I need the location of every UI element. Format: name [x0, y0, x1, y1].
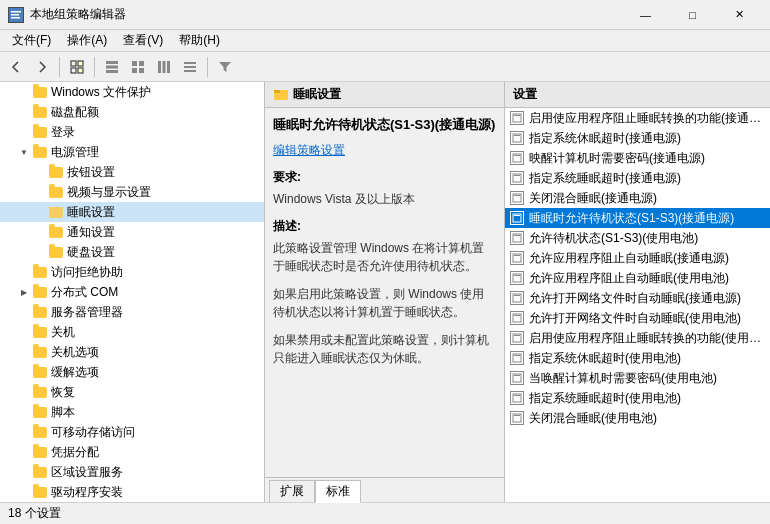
close-button[interactable]: ✕ — [717, 0, 762, 30]
policy-item-label: 关闭混合睡眠(使用电池) — [529, 410, 657, 427]
tree-toggle-icon — [32, 184, 48, 200]
tree-item-label: 通知设置 — [67, 224, 115, 241]
right-pane-item[interactable]: 睡眠时允许待机状态(S1-S3)(接通电源) — [505, 208, 770, 228]
tree-item[interactable]: 硬盘设置 — [0, 242, 264, 262]
status-bar: 18 个设置 — [0, 502, 770, 524]
tree-item[interactable]: 视频与显示设置 — [0, 182, 264, 202]
tree-item-label: 访问拒绝协助 — [51, 264, 123, 281]
tab-standard[interactable]: 标准 — [315, 480, 361, 503]
policy-icon-shape — [510, 271, 524, 285]
right-pane-item[interactable]: 关闭混合睡眠(使用电池) — [505, 408, 770, 428]
policy-item-icon — [509, 230, 525, 246]
tree-item-label: Windows 文件保护 — [51, 84, 151, 101]
tree-toggle-icon — [16, 124, 32, 140]
folder-icon — [32, 104, 48, 120]
folder-icon — [32, 124, 48, 140]
tree-item-label: 可移动存储访问 — [51, 424, 135, 441]
view2-button[interactable] — [126, 55, 150, 79]
right-pane-item[interactable]: 指定系统休眠超时(使用电池) — [505, 348, 770, 368]
right-pane-item[interactable]: 指定系统睡眠超时(接通电源) — [505, 168, 770, 188]
svg-rect-19 — [184, 66, 196, 68]
policy-icon-shape — [510, 391, 524, 405]
svg-rect-20 — [184, 70, 196, 72]
tree-item[interactable]: 恢复 — [0, 382, 264, 402]
tree-toggle-icon — [16, 304, 32, 320]
tree-item[interactable]: 磁盘配额 — [0, 102, 264, 122]
tree-item-label: 登录 — [51, 124, 75, 141]
forward-button[interactable] — [30, 55, 54, 79]
menu-view[interactable]: 查看(V) — [115, 30, 171, 51]
svg-rect-16 — [163, 61, 166, 73]
folder-shape — [33, 87, 47, 98]
maximize-button[interactable]: □ — [670, 0, 715, 30]
back-button[interactable] — [4, 55, 28, 79]
svg-rect-22 — [274, 90, 280, 93]
edit-policy-link[interactable]: 编辑策略设置 — [273, 142, 496, 159]
tree-item[interactable]: 可移动存储访问 — [0, 422, 264, 442]
tree-toggle-icon — [16, 384, 32, 400]
tree-toggle-icon — [16, 404, 32, 420]
tree-item[interactable]: 访问拒绝协助 — [0, 262, 264, 282]
policy-item-icon — [509, 150, 525, 166]
right-pane-item[interactable]: 启用使应用程序阻止睡眠转换的功能(接通电源) — [505, 108, 770, 128]
tree-item[interactable]: 凭据分配 — [0, 442, 264, 462]
menu-help[interactable]: 帮助(H) — [171, 30, 228, 51]
tree-item-label: 关机选项 — [51, 344, 99, 361]
show-hide-button[interactable] — [65, 55, 89, 79]
right-pane-item[interactable]: 允许应用程序阻止自动睡眠(接通电源) — [505, 248, 770, 268]
menu-action[interactable]: 操作(A) — [59, 30, 115, 51]
right-pane-item[interactable]: 启用使应用程序阻止睡眠转换的功能(使用电池) — [505, 328, 770, 348]
tree-item[interactable]: 服务器管理器 — [0, 302, 264, 322]
policy-item-label: 允许打开网络文件时自动睡眠(使用电池) — [529, 310, 741, 327]
filter-button[interactable] — [213, 55, 237, 79]
right-pane-item[interactable]: 允许待机状态(S1-S3)(使用电池) — [505, 228, 770, 248]
right-pane-item[interactable]: 指定系统休眠超时(接通电源) — [505, 128, 770, 148]
tree-item[interactable]: 区域设置服务 — [0, 462, 264, 482]
policy-item-icon — [509, 110, 525, 126]
folder-icon — [32, 404, 48, 420]
policy-item-icon — [509, 390, 525, 406]
policy-item-icon — [509, 350, 525, 366]
view1-button[interactable] — [100, 55, 124, 79]
right-pane-item[interactable]: 指定系统睡眠超时(使用电池) — [505, 388, 770, 408]
tree-item[interactable]: 脚本 — [0, 402, 264, 422]
tree-item[interactable]: 驱动程序安装 — [0, 482, 264, 502]
folder-icon — [32, 284, 48, 300]
tree-item[interactable]: 关机选项 — [0, 342, 264, 362]
desc2-text: 如果启用此策略设置，则 Windows 使用待机状态以将计算机置于睡眠状态。 — [273, 285, 496, 321]
minimize-button[interactable]: — — [623, 0, 668, 30]
tree-item[interactable]: Windows 文件保护 — [0, 82, 264, 102]
tree-item[interactable]: 通知设置 — [0, 222, 264, 242]
policy-item-label: 启用使应用程序阻止睡眠转换的功能(使用电池) — [529, 330, 766, 347]
view4-button[interactable] — [178, 55, 202, 79]
tree-item[interactable]: 关机 — [0, 322, 264, 342]
right-pane-item[interactable]: 允许应用程序阻止自动睡眠(使用电池) — [505, 268, 770, 288]
svg-rect-11 — [132, 61, 137, 66]
right-pane-item[interactable]: 允许打开网络文件时自动睡眠(接通电源) — [505, 288, 770, 308]
tree-item[interactable]: 按钮设置 — [0, 162, 264, 182]
middle-scroll: 睡眠时允许待机状态(S1-S3)(接通电源) 编辑策略设置 要求: Window… — [265, 108, 504, 477]
right-pane-item[interactable]: 当唤醒计算机时需要密码(使用电池) — [505, 368, 770, 388]
tree-toggle-icon — [16, 464, 32, 480]
tree-item[interactable]: 登录 — [0, 122, 264, 142]
svg-rect-1 — [11, 11, 21, 13]
tab-expand[interactable]: 扩展 — [269, 480, 315, 502]
right-pane-item[interactable]: 映醒计算机时需要密码(接通电源) — [505, 148, 770, 168]
menu-file[interactable]: 文件(F) — [4, 30, 59, 51]
policy-item-label: 允许打开网络文件时自动睡眠(接通电源) — [529, 290, 741, 307]
right-pane-item[interactable]: 关闭混合睡眠(接通电源) — [505, 188, 770, 208]
tree-toggle-icon — [32, 204, 48, 220]
policy-icon-shape — [510, 411, 524, 425]
middle-header-icon — [273, 87, 289, 103]
separator-3 — [207, 57, 208, 77]
policy-icon-shape — [510, 171, 524, 185]
tree-item[interactable]: ▶ 分布式 COM — [0, 282, 264, 302]
view3-button[interactable] — [152, 55, 176, 79]
svg-rect-32 — [514, 195, 520, 196]
folder-icon — [32, 344, 48, 360]
tree-item[interactable]: ▼ 电源管理 — [0, 142, 264, 162]
tree-item[interactable]: 缓解选项 — [0, 362, 264, 382]
right-pane-item[interactable]: 允许打开网络文件时自动睡眠(使用电池) — [505, 308, 770, 328]
tree-item[interactable]: 睡眠设置 — [0, 202, 264, 222]
policy-item-label: 指定系统睡眠超时(使用电池) — [529, 390, 681, 407]
